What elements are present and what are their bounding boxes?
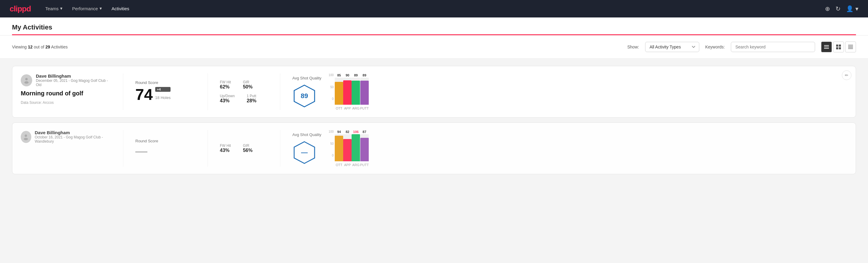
- one-putt-value: 28%: [247, 98, 256, 104]
- card-divider-4: [123, 130, 123, 167]
- y-axis: 100 50 0: [329, 74, 334, 100]
- round-score-label-2: Round Score: [135, 139, 195, 143]
- compact-icon: [848, 45, 853, 49]
- add-icon[interactable]: ⊕: [825, 5, 830, 12]
- svg-rect-7: [848, 45, 853, 46]
- user-name-2: Dave Billingham: [35, 130, 111, 135]
- bar-col-ott: 85 OTT: [335, 74, 343, 110]
- score-badge: +4: [155, 87, 170, 92]
- navbar: clippd Teams ▾ Performance ▾ Activities …: [0, 0, 868, 18]
- activity-type-select[interactable]: All Activity Types Rounds Practice: [645, 42, 699, 52]
- refresh-icon[interactable]: ↻: [836, 5, 841, 12]
- list-view-button[interactable]: [821, 41, 832, 52]
- grid-icon: [836, 45, 841, 49]
- filter-bar: Viewing 12 out of 29 Activities Show: Al…: [0, 35, 868, 59]
- bar-col-putt: 89 PUTT: [360, 74, 369, 110]
- svg-rect-1: [824, 47, 829, 47]
- stats-section-2: FW Hit 43% GIR 56%: [220, 130, 268, 167]
- profile-icon[interactable]: 👤 ▾: [846, 5, 858, 12]
- svg-rect-4: [839, 45, 841, 47]
- user-row-2: Dave Billingham October 16, 2021 - Gog M…: [21, 130, 111, 144]
- avg-shot-quality-label-2: Avg Shot Quality: [292, 133, 321, 137]
- svg-point-11: [25, 78, 28, 80]
- page-header: My Activities: [0, 18, 868, 35]
- svg-rect-2: [824, 48, 829, 49]
- hex-number: 89: [301, 92, 308, 100]
- page-title-underline: [12, 34, 856, 35]
- gir-value-2: 56%: [243, 148, 253, 153]
- keywords-label: Keywords:: [705, 45, 725, 49]
- bar-col-app-2: 82 APP: [343, 130, 351, 167]
- card-left: Dave Billingham December 05, 2021 - Gog …: [21, 74, 111, 110]
- score-section-2: Round Score —: [135, 130, 195, 167]
- gir-stat-2: GIR 56%: [243, 144, 253, 153]
- svg-point-14: [25, 135, 27, 137]
- svg-rect-8: [848, 46, 853, 47]
- logo: clippd: [10, 4, 31, 13]
- bar-col-arg-2: 106 ARG: [351, 130, 360, 167]
- chart-wrapper-2: 100 50 0 94 OTT 82: [329, 130, 369, 167]
- round-score-row: 74 +4 18 Holes: [135, 87, 195, 102]
- avatar-icon: [23, 77, 30, 84]
- hex-number-2: —: [301, 149, 308, 156]
- nav-activities[interactable]: Activities: [112, 1, 129, 17]
- card-divider-6: [280, 130, 280, 167]
- avg-shot-quality-label: Avg Shot Quality: [292, 76, 321, 80]
- chart-wrapper: 100 50 0 85 OTT 90: [329, 74, 369, 110]
- activity-title: Morning round of golf: [21, 90, 111, 97]
- view-buttons: [821, 41, 856, 52]
- page-title: My Activities: [12, 18, 52, 31]
- card-divider-2: [208, 74, 208, 110]
- nav-teams[interactable]: Teams ▾: [45, 0, 63, 17]
- viewing-count: 12: [28, 45, 33, 49]
- list-icon: [824, 45, 829, 49]
- score-value: 74: [135, 87, 153, 102]
- nav-icons: ⊕ ↻ 👤 ▾: [825, 5, 858, 12]
- bar-chart: 85 OTT 90 APP: [335, 74, 369, 110]
- fw-hit-value-2: 43%: [220, 148, 231, 153]
- svg-rect-0: [824, 45, 829, 46]
- user-row: Dave Billingham December 05, 2021 - Gog …: [21, 74, 111, 87]
- nav-performance[interactable]: Performance ▾: [72, 0, 102, 17]
- activity-card: ✏ Dave Billingham December 05, 2021 - Go…: [12, 66, 856, 118]
- score-section: Round Score 74 +4 18 Holes: [135, 74, 195, 110]
- search-input[interactable]: [731, 42, 815, 52]
- svg-rect-10: [848, 49, 853, 49]
- avatar-icon-2: [22, 133, 29, 141]
- y-axis-2: 100 50 0: [329, 130, 334, 157]
- user-date: December 05, 2021 - Gog Magog Golf Club …: [36, 79, 111, 87]
- user-info-2: Dave Billingham October 16, 2021 - Gog M…: [35, 130, 111, 144]
- round-score-label: Round Score: [135, 80, 195, 85]
- svg-rect-9: [848, 47, 853, 48]
- quality-section: Avg Shot Quality 89 100 50 0 85: [292, 74, 847, 110]
- stat-row-2: Up/Down 43% 1 Putt 28%: [220, 94, 268, 104]
- stat-row-1: FW Hit 62% GIR 50%: [220, 80, 268, 90]
- bar-col-putt-2: 87 PUTT: [360, 130, 369, 167]
- svg-point-15: [24, 138, 28, 140]
- show-label: Show:: [627, 45, 639, 49]
- hex-badge-2: —: [292, 141, 316, 165]
- grid-view-button[interactable]: [833, 41, 844, 52]
- hex-badge: 89: [292, 84, 316, 108]
- up-down-value: 43%: [220, 98, 235, 104]
- svg-rect-6: [839, 47, 841, 49]
- bar-col-app: 90 APP: [343, 74, 351, 110]
- quality-label-col: Avg Shot Quality 89: [292, 76, 321, 108]
- stat-row-3: FW Hit 43% GIR 56%: [220, 144, 268, 153]
- svg-rect-5: [836, 47, 838, 49]
- card-divider-5: [208, 130, 208, 167]
- bar-col-arg: 89 ARG: [351, 74, 360, 110]
- avatar-2: [21, 131, 31, 143]
- user-info: Dave Billingham December 05, 2021 - Gog …: [36, 74, 111, 87]
- round-score-row-2: —: [135, 145, 195, 157]
- quality-section-2: Avg Shot Quality — 100 50 0 94: [292, 130, 847, 167]
- activities-list: ✏ Dave Billingham December 05, 2021 - Go…: [0, 59, 868, 181]
- compact-view-button[interactable]: [845, 41, 856, 52]
- score-value-2: —: [135, 145, 147, 157]
- holes-text: 18 Holes: [155, 95, 170, 100]
- bar-chart-2: 94 OTT 82 APP 106: [335, 130, 369, 167]
- user-name: Dave Billingham: [36, 74, 111, 79]
- edit-button[interactable]: ✏: [842, 70, 851, 80]
- data-source: Data Source: Arccos: [21, 100, 111, 105]
- fw-hit-stat-2: FW Hit 43%: [220, 144, 231, 153]
